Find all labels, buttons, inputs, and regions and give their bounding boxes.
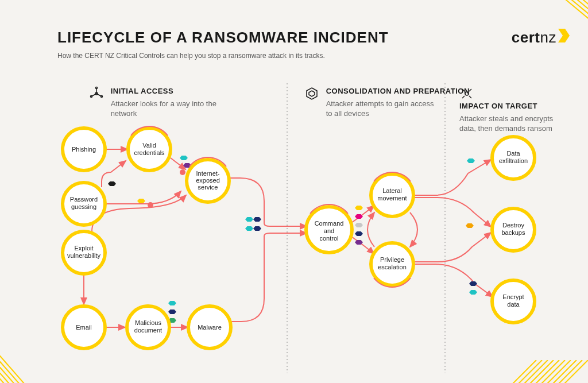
hex-badges bbox=[108, 156, 477, 323]
svg-text:guessing: guessing bbox=[71, 203, 96, 210]
svg-text:Malware: Malware bbox=[198, 324, 222, 331]
svg-text:Internet-: Internet- bbox=[196, 170, 220, 177]
diagram-page: LIFECYCLE OF A RANSOMWARE INCIDENT How t… bbox=[0, 0, 588, 383]
node-internet-exposed: Internet-exposedservice bbox=[187, 160, 229, 202]
svg-text:Malicious: Malicious bbox=[135, 319, 161, 326]
svg-text:Valid: Valid bbox=[142, 142, 156, 149]
svg-text:Password: Password bbox=[70, 196, 98, 203]
node-malware: Malware bbox=[188, 306, 231, 349]
svg-text:exfiltration: exfiltration bbox=[499, 157, 528, 164]
node-command-control: Commandandcontrol bbox=[306, 207, 352, 253]
node-valid-credentials: Validcredentials bbox=[128, 128, 171, 171]
node-destroy-backups: Destroybackups bbox=[492, 208, 535, 251]
node-exploit-vuln: Exploitvulnerability bbox=[63, 231, 105, 274]
svg-text:data: data bbox=[507, 301, 520, 308]
svg-text:movement: movement bbox=[377, 195, 407, 202]
node-malicious-doc: Maliciousdocument bbox=[127, 306, 169, 349]
node-password-guessing: Passwordguessing bbox=[63, 183, 105, 225]
svg-text:Data: Data bbox=[506, 150, 520, 157]
svg-text:Phishing: Phishing bbox=[72, 146, 96, 153]
svg-point-35 bbox=[148, 202, 153, 208]
node-phishing: Phishing bbox=[63, 128, 105, 171]
orbit-arcs bbox=[131, 126, 411, 287]
svg-text:Exploit: Exploit bbox=[74, 245, 93, 252]
svg-text:Email: Email bbox=[76, 324, 92, 331]
svg-text:Command: Command bbox=[315, 220, 344, 227]
node-priv-esc: Privilegeescalation bbox=[371, 243, 413, 285]
diagram-canvas: Phishing Validcredentials Internet-expos… bbox=[0, 0, 588, 383]
svg-text:control: control bbox=[319, 235, 338, 242]
svg-text:service: service bbox=[198, 184, 218, 191]
svg-text:escalation: escalation bbox=[378, 264, 407, 270]
svg-text:and: and bbox=[324, 227, 334, 234]
svg-text:Encrypt: Encrypt bbox=[502, 293, 524, 300]
node-email: Email bbox=[63, 306, 105, 349]
svg-text:exposed: exposed bbox=[196, 177, 220, 184]
nodes: Phishing Validcredentials Internet-expos… bbox=[63, 128, 535, 349]
svg-text:vulnerability: vulnerability bbox=[67, 252, 101, 259]
svg-text:Destroy: Destroy bbox=[502, 222, 524, 229]
svg-text:credentials: credentials bbox=[134, 149, 165, 156]
node-encrypt-data: Encryptdata bbox=[492, 280, 535, 323]
svg-text:backups: backups bbox=[502, 229, 525, 236]
svg-text:Privilege: Privilege bbox=[380, 256, 404, 263]
svg-text:Lateral: Lateral bbox=[382, 187, 402, 194]
node-data-exfil: Dataexfiltration bbox=[492, 137, 535, 179]
svg-point-34 bbox=[180, 169, 185, 175]
edges bbox=[84, 149, 493, 327]
svg-text:document: document bbox=[134, 327, 162, 334]
node-lateral-movement: Lateralmovement bbox=[371, 174, 413, 216]
